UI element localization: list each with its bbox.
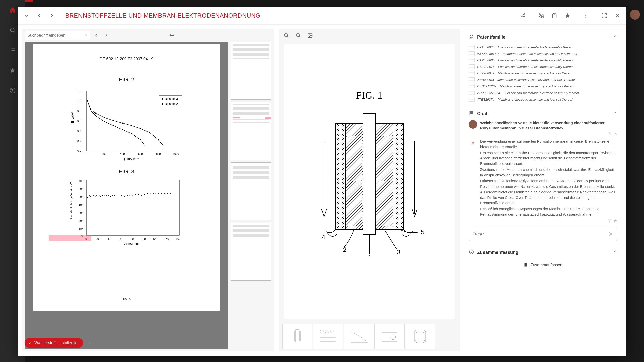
svg-point-99 [170,193,171,194]
result-prev-icon[interactable]: ‹ [87,340,92,346]
family-item[interactable]: ES2266642Membrane-electrode assembly and… [469,70,617,76]
result-next-icon[interactable]: › [96,340,102,346]
trash-icon[interactable]: 🗑 [614,218,617,224]
svg-point-97 [164,193,165,194]
doc-viewer[interactable]: DE 602 12 209 T2 2007.04.19 FIG. 2 1,2 1… [25,42,228,349]
svg-rect-41 [140,139,141,140]
svg-text:140: 140 [164,237,169,240]
send-icon[interactable]: ➤ [608,230,613,237]
svg-point-128 [470,35,472,37]
clear-icon[interactable]: × [85,33,87,38]
svg-rect-5 [553,13,555,14]
svg-point-70 [93,195,94,196]
svg-point-98 [167,193,168,194]
fit-width-icon[interactable] [168,32,176,39]
svg-point-72 [96,195,97,196]
info-icon [469,249,474,256]
figure-thumb[interactable] [344,324,374,349]
figure-thumb[interactable] [374,324,405,349]
svg-text:2: 2 [343,246,346,253]
family-item[interactable]: EP1576683Fuel cell and membrane-electrod… [469,44,617,50]
page-prev-icon[interactable] [93,32,100,39]
svg-point-76 [104,195,105,196]
delete-icon[interactable]: ✕ [614,132,617,136]
family-item[interactable]: DE60212209Membrane-electrode assembly an… [469,83,617,89]
image-icon[interactable] [306,32,314,39]
chevron-down-icon[interactable] [23,12,31,20]
doc-search[interactable]: × [25,31,90,40]
family-item[interactable]: AU2002356654Fuel cell and membrane-elect… [469,89,617,96]
family-item[interactable]: ATE329374Membrane-electrode assembly and… [469,96,617,103]
modal-header: BRENNSTOFFZELLE UND MEMBRAN-ELEKTRODENAN… [18,7,626,25]
family-item[interactable]: US7722975Fuel cell and membrane-electrod… [469,63,617,70]
info-panel: Patentfamilie ⌃ EP1576683Fuel cell and m… [465,29,622,351]
svg-point-34 [158,139,159,141]
family-item[interactable]: JP4664683Membrane-electrode Assembly and… [469,76,617,83]
fullscreen-icon[interactable] [600,12,608,20]
svg-text:0,0: 0,0 [77,149,81,152]
summary-title: Zusammenfassung [477,250,518,255]
edit-icon[interactable]: ✎ [609,132,612,136]
chat-header[interactable]: Chat ⌃ [467,107,619,120]
figure-view[interactable]: FIG. 1 [284,44,455,319]
chat-input[interactable]: ➤ [469,227,617,241]
svg-point-91 [147,193,148,194]
svg-text:E_cell/V: E_cell/V [71,112,74,123]
search-result-pill[interactable]: ✓ Wasserstoff … stoffzelle [25,338,83,348]
chat-question-row: Welche spezifischen Vorteile bietet die … [469,120,617,136]
chat-input-field[interactable] [472,231,608,236]
star-icon[interactable] [8,65,18,75]
svg-rect-105 [363,114,376,234]
close-icon[interactable] [613,12,621,20]
family-header[interactable]: Patentfamilie ⌃ [467,31,619,44]
clipboard-icon[interactable] [550,12,558,20]
zoom-in-icon[interactable] [282,32,290,39]
more-vert-icon[interactable] [582,12,590,20]
list-icon[interactable] [8,45,18,55]
thumb-page[interactable] [231,102,271,160]
thumb-page[interactable] [231,223,271,281]
svg-text:3: 3 [397,248,400,256]
info-icon[interactable]: ⓘ [608,218,611,224]
svg-point-89 [141,195,142,196]
home-icon[interactable] [8,5,18,15]
share-icon[interactable] [519,12,527,20]
history-icon[interactable] [8,85,18,96]
doc-search-input[interactable] [27,33,85,38]
thumb-page[interactable] [231,42,271,100]
svg-point-69 [90,196,91,197]
doc-mini-icon [469,90,475,95]
svg-point-71 [95,196,96,197]
family-item[interactable]: CA2508835Fuel cell and membrane-electrod… [469,57,617,63]
figure-thumb[interactable] [282,324,312,349]
svg-text:5: 5 [421,228,424,236]
svg-text:1,0: 1,0 [77,99,81,102]
svg-text:500: 500 [79,196,83,199]
user-avatar[interactable] [630,10,640,20]
figure-thumb[interactable] [313,324,343,349]
zoom-out-icon[interactable] [294,32,302,39]
thumb-page[interactable] [231,162,271,220]
document-title: BRENNSTOFFZELLE UND MEMBRAN-ELEKTRODENAN… [65,12,260,19]
summarize-button[interactable]: Zusammenfassen [467,259,619,272]
svg-text:20: 20 [96,237,99,240]
svg-text:0,8: 0,8 [77,109,81,112]
svg-point-90 [144,194,145,195]
svg-text:1: 1 [368,253,372,261]
svg-rect-36 [95,115,96,116]
svg-text:FIG. 1: FIG. 1 [356,89,382,101]
star-outline-icon[interactable] [564,12,572,20]
page-next-icon[interactable] [103,32,110,39]
visibility-off-icon[interactable] [537,12,545,20]
doc-mini-icon [469,77,475,82]
summary-header[interactable]: Zusammenfassung ⌃ [467,246,619,259]
figure-thumb[interactable] [405,324,435,349]
chat-icon [469,110,474,117]
svg-text:0,2: 0,2 [77,140,81,143]
search-icon[interactable] [8,25,18,35]
family-item[interactable]: WO200455927Membrane-electrode assembly a… [469,50,617,57]
thumbnail-strip[interactable] [231,42,271,349]
search-result-bar: ✓ Wasserstoff … stoffzelle ‹ › [25,338,102,348]
nav-next-icon[interactable] [48,12,56,20]
nav-prev-icon[interactable] [35,12,43,20]
